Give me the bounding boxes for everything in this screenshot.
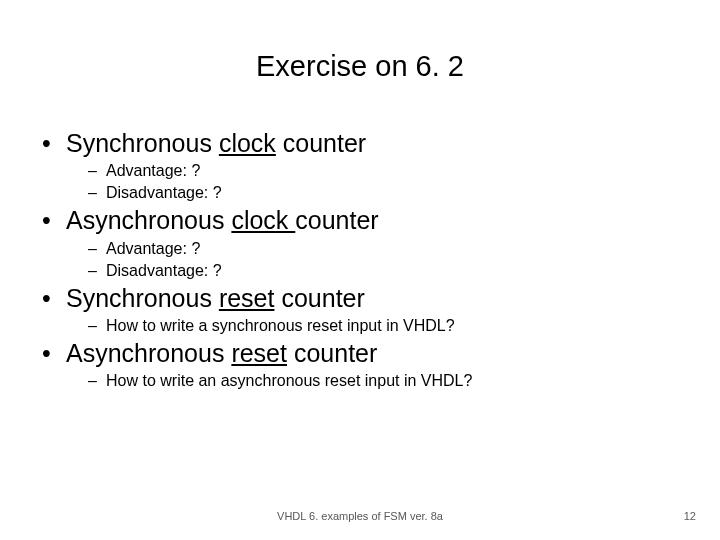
text-part-underline: clock [219, 129, 276, 157]
content-area: Synchronous clock counter Advantage: ? D… [38, 128, 690, 393]
text-part: counter [274, 284, 364, 312]
text-part: Asynchronous [66, 339, 231, 367]
text-part: counter [287, 339, 377, 367]
text-part: Synchronous [66, 284, 219, 312]
bullet-sync-clock-dis: Disadvantage: ? [38, 183, 690, 203]
text-part-underline: clock [231, 206, 295, 234]
bullet-sync-clock-adv: Advantage: ? [38, 161, 690, 181]
bullet-async-reset-how: How to write an asynchronous reset input… [38, 371, 690, 391]
slide-number: 12 [684, 510, 696, 522]
bullet-async-clock-dis: Disadvantage: ? [38, 261, 690, 281]
text-part: Synchronous [66, 129, 219, 157]
bullet-async-clock: Asynchronous clock counter [38, 205, 690, 236]
bullet-sync-reset: Synchronous reset counter [38, 283, 690, 314]
text-part: counter [295, 206, 378, 234]
bullet-async-reset: Asynchronous reset counter [38, 338, 690, 369]
text-part: Asynchronous [66, 206, 231, 234]
slide-title: Exercise on 6. 2 [0, 50, 720, 83]
bullet-async-clock-adv: Advantage: ? [38, 239, 690, 259]
bullet-sync-clock: Synchronous clock counter [38, 128, 690, 159]
slide: Exercise on 6. 2 Synchronous clock count… [0, 0, 720, 540]
text-part-underline: reset [231, 339, 287, 367]
bullet-sync-reset-how: How to write a synchronous reset input i… [38, 316, 690, 336]
footer-center-text: VHDL 6. examples of FSM ver. 8a [0, 510, 720, 522]
text-part-underline: reset [219, 284, 275, 312]
text-part: counter [276, 129, 366, 157]
